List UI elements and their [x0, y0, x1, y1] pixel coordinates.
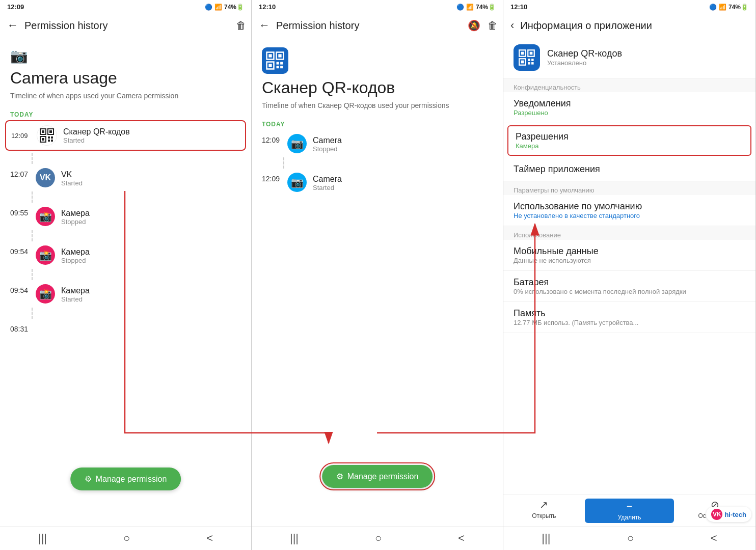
mute-icon-2[interactable]: 🔕	[468, 19, 480, 32]
nav-menu-2[interactable]: |||	[290, 532, 299, 545]
item-info-camera2: Камера Stopped	[61, 245, 241, 264]
cam-started-name: Camera	[313, 175, 493, 184]
section-usage: Использование	[503, 226, 755, 240]
today-label-1: TODAY	[0, 106, 251, 120]
time-p2-1209a: 12:09	[262, 134, 281, 144]
time-p2-1209b: 12:09	[262, 173, 281, 183]
mobile-data-row[interactable]: Мобильные данные Данные не используются	[503, 240, 755, 271]
notifications-title: Уведомления	[514, 98, 745, 109]
svg-rect-13	[278, 54, 281, 57]
svg-rect-29	[531, 62, 534, 65]
time-1207: 12:07	[10, 168, 30, 178]
cam-blue-avatar-2: 📷	[287, 173, 307, 192]
time-1209-1: 12:09	[11, 132, 31, 140]
camera-avatar-2: 📸	[36, 245, 55, 265]
memory-row[interactable]: Память 12.77 МБ использ. (Память устройс…	[503, 302, 755, 333]
item-info-cam-stopped: Camera Stopped	[313, 134, 493, 153]
time-0955: 09:55	[10, 207, 30, 217]
vk-avatar: VK	[36, 168, 55, 187]
time-0831: 08:31	[10, 323, 30, 333]
back-button-3[interactable]: ‹	[508, 17, 516, 34]
back-button-1[interactable]: ←	[5, 17, 20, 34]
mobile-data-title: Мобильные данные	[514, 246, 745, 257]
default-usage-row[interactable]: Использование по умолчанию Не установлен…	[503, 195, 755, 226]
back-button-2[interactable]: ←	[257, 17, 272, 34]
page-content-1: 📷 Camera usage Timeline of when apps use…	[0, 37, 251, 526]
svg-rect-1	[42, 130, 44, 133]
svg-rect-15	[268, 64, 272, 67]
status-icons-1: 🔵 📶 74%🔋	[205, 4, 244, 11]
item-status-1: Started	[63, 136, 130, 144]
open-icon: ↗	[539, 499, 548, 511]
top-bar-3: ‹ Информация о приложении	[503, 14, 755, 37]
time-0954a: 09:54	[10, 245, 30, 256]
app-status-label: Установлено	[547, 59, 622, 67]
timer-title: Таймер приложения	[514, 164, 745, 175]
timeline-list-1: 12:09 Сканер QR-кодов Started 12:07 VK	[0, 120, 251, 378]
camera-avatar-1: 📸	[36, 207, 55, 226]
page-title-topbar-3: Информация о приложении	[520, 20, 750, 32]
camera1-status: Stopped	[61, 218, 241, 226]
timer-row[interactable]: Таймер приложения	[503, 158, 755, 181]
nav-home-3[interactable]: ○	[627, 532, 634, 545]
item-info-1209-1: Сканер QR-кодов Started	[63, 127, 130, 144]
camera2-name: Камера	[61, 248, 241, 257]
svg-rect-26	[528, 59, 530, 61]
app-header-info: Сканер QR-кодов Установлено	[547, 48, 622, 67]
svg-rect-19	[280, 66, 283, 68]
manage-permission-btn-2[interactable]: ⚙ Manage permission	[322, 465, 433, 488]
open-action[interactable]: ↗ Открыть	[503, 499, 585, 519]
battery-row[interactable]: Батарея 0% использовано с момента послед…	[503, 271, 755, 302]
svg-rect-18	[277, 66, 279, 68]
delete-action-label: Удалить	[618, 514, 641, 521]
delete-icon-2[interactable]: 🗑	[488, 20, 498, 32]
time-0954b: 09:54	[10, 284, 30, 294]
delete-action[interactable]: − Удалить	[585, 499, 674, 523]
svg-rect-11	[268, 54, 272, 57]
svg-rect-21	[521, 52, 524, 55]
nav-home-2[interactable]: ○	[375, 532, 382, 545]
timeline-item-camera1[interactable]: 09:55 📸 Камера Stopped	[0, 203, 251, 230]
camera2-status: Stopped	[61, 257, 241, 264]
status-time-1: 12:09	[7, 3, 24, 11]
timeline-item-camera4: 08:31	[0, 319, 251, 337]
nav-home-1[interactable]: ○	[123, 532, 130, 545]
camera3-status: Started	[61, 295, 241, 303]
timeline-item-vk[interactable]: 12:07 VK VK Started	[0, 164, 251, 191]
timeline-item-cam-started[interactable]: 12:09 📷 Camera Started	[252, 169, 503, 196]
bottom-nav-1: ||| ○ <	[0, 526, 251, 550]
page-content-3: Сканер QR-кодов Установлено Конфиденциал…	[503, 37, 755, 494]
camera3-name: Камера	[61, 286, 241, 295]
nav-menu-3[interactable]: |||	[542, 532, 550, 545]
svg-rect-28	[528, 62, 530, 65]
nav-menu-1[interactable]: |||	[38, 532, 47, 545]
permissions-row-highlighted[interactable]: Разрешения Камера	[507, 125, 751, 156]
highlighted-timeline-item-1[interactable]: 12:09 Сканер QR-кодов Started	[5, 120, 246, 151]
page-content-2: Сканер QR-кодов Timeline of when Сканер …	[252, 37, 503, 526]
status-time-2: 12:10	[259, 3, 276, 11]
nav-back-2[interactable]: <	[458, 532, 465, 545]
svg-rect-9	[51, 140, 53, 142]
timeline-item-camera3[interactable]: 09:54 📸 Камера Started	[0, 280, 251, 308]
timeline-item-camera2[interactable]: 09:54 📸 Камера Stopped	[0, 241, 251, 269]
permissions-sub: Камера	[516, 142, 743, 150]
camera-usage-subtitle: Timeline of when apps used your Camera p…	[0, 90, 251, 106]
nav-back-3[interactable]: <	[711, 532, 717, 545]
default-usage-sub: Не установлено в качестве стандартного	[514, 212, 745, 219]
notifications-row[interactable]: Уведомления Разрешено	[503, 92, 755, 123]
status-bar-1: 12:09 🔵 📶 74%🔋	[0, 0, 251, 14]
camera1-name: Камера	[61, 209, 241, 218]
notifications-sub: Разрешено	[514, 109, 745, 117]
nav-back-1[interactable]: <	[206, 532, 213, 545]
gear-icon-2: ⚙	[336, 472, 343, 481]
svg-rect-8	[48, 140, 50, 142]
manage-permission-btn-1[interactable]: ⚙ Manage permission	[70, 468, 181, 490]
battery-title: Батарея	[514, 277, 745, 288]
cam-stopped-status: Stopped	[313, 145, 493, 153]
section-privacy: Конфиденциальность	[503, 78, 755, 92]
camera-avatar-3: 📸	[36, 284, 55, 304]
delete-icon-1[interactable]: 🗑	[236, 20, 246, 32]
timeline-item-cam-stopped[interactable]: 12:09 📷 Camera Stopped	[252, 130, 503, 157]
mobile-data-sub: Данные не используются	[514, 257, 745, 264]
gear-icon-1: ⚙	[85, 474, 92, 484]
